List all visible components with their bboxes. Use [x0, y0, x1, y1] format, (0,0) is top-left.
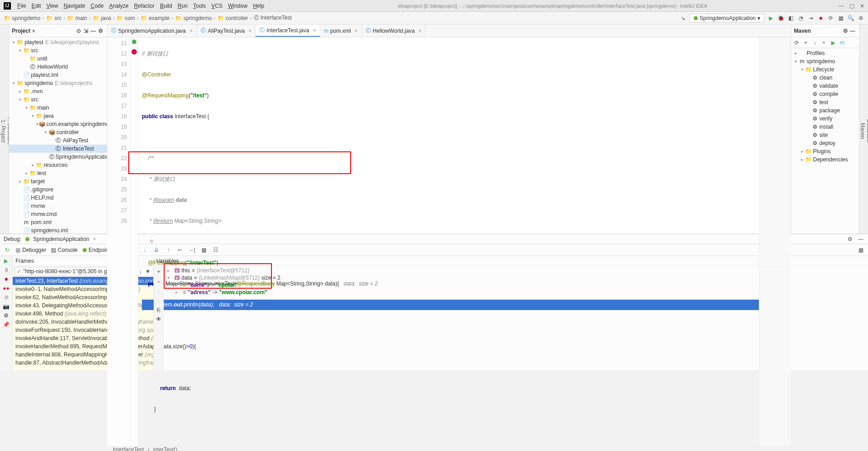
- tree-row[interactable]: ▸📁.mvn: [9, 87, 107, 95]
- tab-debugger[interactable]: ▦Debugger: [15, 247, 46, 253]
- code-area[interactable]: // 测试接口 @Controller @RequestMapping("/te…: [138, 37, 759, 446]
- maven-item[interactable]: ⚙test: [791, 98, 859, 106]
- tree-row[interactable]: 📄playtest.iml: [9, 71, 107, 79]
- run-gutter-icon[interactable]: [132, 40, 136, 44]
- stop-icon[interactable]: ■: [817, 15, 824, 22]
- menu-help[interactable]: Help: [250, 3, 267, 9]
- menu-edit[interactable]: Edit: [29, 3, 44, 9]
- breakpoints-icon[interactable]: ●●: [3, 285, 10, 291]
- maven-item[interactable]: ⚙install: [791, 123, 859, 131]
- add-icon[interactable]: ＋: [820, 39, 828, 46]
- maven-item[interactable]: ⚙validate: [791, 82, 859, 90]
- menu-tools[interactable]: Tools: [191, 3, 209, 9]
- project-tree[interactable]: ▾📁playtestE:\ideaproject\playtest▾📁src📁u…: [9, 37, 107, 234]
- menu-file[interactable]: File: [15, 3, 29, 9]
- editor-tab[interactable]: mpom.xml×: [320, 25, 361, 37]
- tree-row[interactable]: ▾📁main: [9, 104, 107, 112]
- breadcrumb-item[interactable]: 📁 example: [140, 15, 170, 21]
- tree-row[interactable]: ▾📁src: [9, 46, 107, 55]
- variables-tree[interactable]: ▸pthis = {InterfaceTest@5711}▾pdata = {L…: [154, 266, 868, 370]
- maven-item[interactable]: ⚙compile: [791, 90, 859, 98]
- tab-console[interactable]: ▤Console: [51, 247, 78, 253]
- reload-icon[interactable]: ⟳: [793, 39, 800, 46]
- build-icon[interactable]: ↘: [679, 15, 687, 22]
- rerun-icon[interactable]: ↻: [4, 246, 11, 254]
- menu-vcs[interactable]: VCS: [209, 3, 226, 9]
- close-tab-icon[interactable]: ×: [248, 28, 251, 34]
- menu-build[interactable]: Build: [157, 3, 175, 9]
- editor-tab[interactable]: ⒸInterfaceTest.java×: [256, 25, 320, 37]
- attach-icon[interactable]: ⇥: [807, 15, 814, 22]
- hide-icon[interactable]: —: [849, 27, 856, 35]
- tree-row[interactable]: ▸📁test: [9, 169, 107, 177]
- hide-icon[interactable]: —: [857, 236, 864, 243]
- maven-item[interactable]: ⚙site: [791, 131, 859, 139]
- close-tab-icon[interactable]: ×: [190, 28, 193, 34]
- tree-row[interactable]: 📁until: [9, 55, 107, 63]
- menu-view[interactable]: View: [44, 3, 61, 9]
- menu-code[interactable]: Code: [88, 3, 106, 9]
- tree-row[interactable]: 📄mvnw.cmd: [9, 210, 107, 218]
- pin-icon[interactable]: 📌: [3, 321, 10, 328]
- editor-tab[interactable]: ⒸSpringdemoApplication.java×: [107, 25, 197, 37]
- gear-icon[interactable]: ⚙: [842, 27, 849, 35]
- menu-window[interactable]: Window: [225, 3, 250, 9]
- tab-project[interactable]: 1: Project: [0, 32, 6, 230]
- chevron-down-icon[interactable]: ▾: [32, 28, 35, 34]
- layout-icon[interactable]: ▦: [837, 15, 844, 22]
- tree-row[interactable]: ▾📁java: [9, 112, 107, 120]
- search-icon[interactable]: 🔍: [847, 15, 854, 22]
- maximize-icon[interactable]: ▢: [849, 3, 854, 9]
- breadcrumb-item[interactable]: 📁 java: [93, 15, 111, 21]
- coverage-icon[interactable]: ◧: [787, 15, 794, 22]
- select-opened-icon[interactable]: ⊙: [75, 27, 82, 35]
- settings-icon[interactable]: ⚙: [4, 312, 9, 319]
- breadcrumb-item[interactable]: Ⓒ InterfaceTest: [254, 14, 292, 22]
- gear-icon[interactable]: ⚙: [846, 236, 853, 243]
- debug-icon[interactable]: 🐞: [777, 15, 784, 22]
- maven-item[interactable]: ▾mspringdemo: [791, 57, 859, 65]
- run-icon[interactable]: ▶: [767, 15, 774, 22]
- breakpoint-icon[interactable]: [131, 49, 137, 55]
- execute-icon[interactable]: m: [838, 39, 846, 46]
- breadcrumb-item[interactable]: 📁 src: [46, 15, 61, 21]
- maven-item[interactable]: ⚙package: [791, 106, 859, 115]
- download-icon[interactable]: ↓: [811, 39, 818, 46]
- tree-row[interactable]: mpom.xml: [9, 218, 107, 226]
- breadcrumb-item[interactable]: 📁 com: [116, 15, 135, 21]
- tree-row[interactable]: ▾📁src: [9, 95, 107, 104]
- maven-item[interactable]: ▸📁Dependencies: [791, 155, 859, 164]
- tree-row[interactable]: ⒸAliPayTest: [9, 136, 107, 145]
- tree-row[interactable]: 📄mvnw: [9, 202, 107, 210]
- tree-row[interactable]: ⒸSpringdemoApplication: [9, 153, 107, 161]
- debug-app-name[interactable]: SpringdemoApplication: [33, 236, 89, 242]
- breadcrumb-item[interactable]: 📁 controller: [217, 15, 248, 21]
- variable-row[interactable]: ▾pdata = {LinkedHashMap@5712} size = 2: [166, 274, 868, 281]
- resume-icon[interactable]: ▶: [4, 258, 8, 264]
- mute-bp-icon[interactable]: ⊘: [4, 294, 9, 301]
- close-tab-icon[interactable]: ×: [313, 27, 316, 34]
- generate-icon[interactable]: +: [802, 39, 809, 46]
- add-watch-icon[interactable]: ＋: [156, 268, 161, 276]
- run-config-selector[interactable]: ⬢ SpringdemoApplication ▾: [689, 14, 764, 23]
- breadcrumb[interactable]: 📁 springdemo›📁 src›📁 main›📁 java›📁 com›📁…: [4, 14, 292, 22]
- copy-icon[interactable]: ⎘: [157, 307, 160, 313]
- tree-row[interactable]: ▾📦controller: [9, 128, 107, 136]
- breadcrumb-item[interactable]: 📁 main: [67, 15, 87, 21]
- tree-row[interactable]: ▾📦com.example.springdemo: [9, 120, 107, 128]
- minimize-icon[interactable]: —: [838, 3, 844, 9]
- tree-row[interactable]: ▸📁resources: [9, 161, 107, 169]
- editor-tab[interactable]: ⒸAliPayTest.java×: [197, 25, 256, 37]
- tree-row[interactable]: ⒸInterfaceTest: [9, 145, 107, 153]
- tab-database[interactable]: Database: [866, 32, 868, 230]
- maven-item[interactable]: ▾📁Lifecycle: [791, 65, 859, 74]
- breadcrumb-item[interactable]: 📁 springdemo: [4, 15, 40, 21]
- close-tab-icon[interactable]: ×: [418, 28, 421, 34]
- tree-row[interactable]: ▾📁springdemoE:\ideaproject\s: [9, 79, 107, 87]
- variable-row[interactable]: ▸≡ "name" -> "cpolar": [166, 281, 868, 289]
- maven-item[interactable]: ⚙deploy: [791, 139, 859, 147]
- tree-row[interactable]: ▸📁target: [9, 177, 107, 185]
- layout-icon[interactable]: ▦: [857, 246, 864, 254]
- maven-item[interactable]: ▸Profiles: [791, 49, 859, 57]
- variable-row[interactable]: ▸pthis = {InterfaceTest@5711}: [166, 267, 868, 274]
